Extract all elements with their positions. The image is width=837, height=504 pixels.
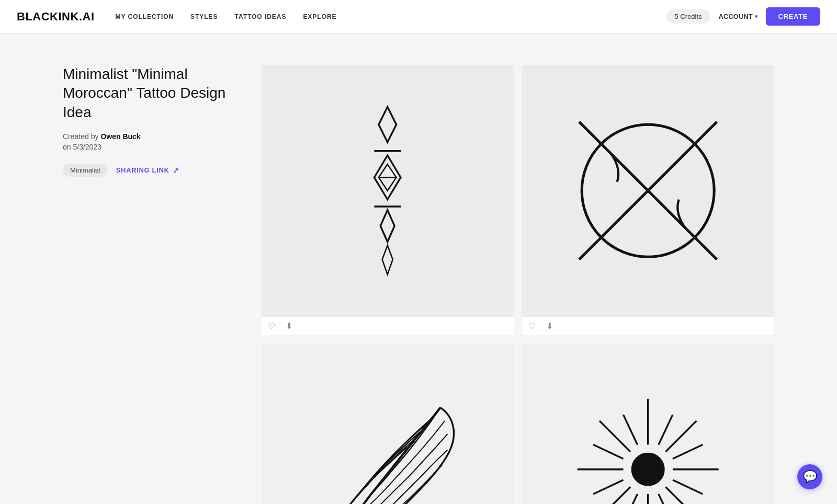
created-by: Created by Owen Buck — [63, 132, 230, 141]
nav-item-styles[interactable]: STYLES — [190, 13, 218, 20]
svg-line-21 — [624, 415, 638, 444]
logo-black: BLACK — [17, 10, 59, 23]
chevron-down-icon: ▾ — [755, 14, 757, 19]
design-title: Minimalist "Minimal Moroccan" Tattoo Des… — [63, 65, 230, 122]
gallery-actions-1: ♡ ⬇ — [262, 317, 514, 335]
svg-line-25 — [593, 480, 623, 494]
svg-point-11 — [632, 454, 664, 486]
svg-line-16 — [666, 421, 697, 452]
svg-line-23 — [673, 445, 703, 459]
download-icon-2[interactable]: ⬇ — [546, 321, 553, 331]
nav-item-my-collection[interactable]: MY COLLECTION — [116, 13, 174, 20]
tattoo-gallery: ♡ ⬇ ♡ ⬇ — [262, 65, 774, 504]
chat-icon: 💬 — [803, 470, 817, 484]
nav-item-tattoo-ideas[interactable]: TATTOO IDEAS — [235, 13, 287, 20]
gallery-image-2 — [522, 65, 774, 317]
left-panel: Minimalist "Minimal Moroccan" Tattoo Des… — [63, 65, 230, 504]
account-label: ACCOUNT — [719, 13, 753, 20]
like-icon-1[interactable]: ♡ — [268, 321, 275, 331]
gallery-item-3: ♡ ⬇ — [262, 343, 514, 504]
chat-bubble[interactable]: 💬 — [797, 464, 822, 489]
gallery-item-2: ♡ ⬇ — [522, 65, 774, 335]
account-button[interactable]: ACCOUNT ▾ — [719, 13, 757, 20]
header: BLACKINK.AI MY COLLECTION STYLES TATTOO … — [0, 0, 837, 33]
create-button[interactable]: CREATE — [766, 7, 820, 26]
created-date: on 5/3/2023 — [63, 143, 230, 151]
nav-item-explore[interactable]: EXPLORE — [303, 13, 336, 20]
sharing-link[interactable]: SHARING LINK ⤢ — [116, 166, 179, 175]
logo-bold: INK — [59, 10, 79, 23]
share-icon: ⤢ — [173, 166, 179, 175]
svg-line-27 — [624, 494, 638, 504]
sharing-label: SHARING LINK — [116, 166, 169, 174]
tags-row: Minimalist SHARING LINK ⤢ — [63, 164, 230, 177]
created-by-prefix: Created by — [63, 132, 100, 141]
logo[interactable]: BLACKINK.AI — [17, 10, 95, 24]
svg-marker-6 — [380, 210, 394, 242]
gallery-actions-2: ♡ ⬇ — [522, 317, 774, 335]
gallery-image-1 — [262, 65, 514, 317]
svg-line-26 — [659, 494, 673, 504]
gallery-item-1: ♡ ⬇ — [262, 65, 514, 335]
svg-marker-0 — [379, 107, 397, 142]
main-content: Minimalist "Minimal Moroccan" Tattoo Des… — [0, 33, 837, 504]
gallery-item-4: ♡ 1 ⬇ — [522, 343, 774, 504]
credits-button[interactable]: 5 Credits — [666, 9, 710, 24]
creator-name: Owen Buck — [100, 132, 140, 141]
download-icon-1[interactable]: ⬇ — [286, 321, 292, 331]
svg-line-24 — [593, 445, 623, 459]
like-icon-2[interactable]: ♡ — [528, 321, 536, 331]
gallery-image-4 — [522, 343, 774, 504]
svg-line-22 — [673, 480, 703, 494]
gallery-image-3 — [262, 343, 514, 504]
header-right: 5 Credits ACCOUNT ▾ CREATE — [666, 7, 820, 26]
logo-ai: .AI — [79, 10, 95, 23]
svg-line-18 — [600, 421, 630, 452]
svg-line-20 — [659, 415, 673, 444]
tag-minimalist: Minimalist — [63, 164, 108, 177]
main-nav: MY COLLECTION STYLES TATTOO IDEAS EXPLOR… — [116, 13, 666, 20]
svg-marker-7 — [382, 246, 393, 275]
